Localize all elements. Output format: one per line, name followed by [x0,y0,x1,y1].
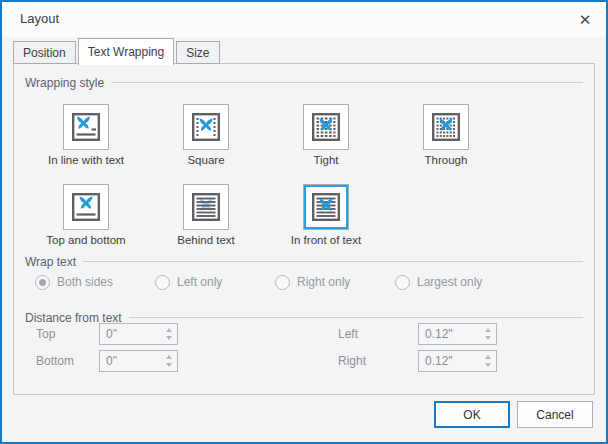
wrapping-option-in-line-with-text[interactable]: In line with text [26,104,146,184]
left-distance-field[interactable]: 0.12" [418,323,497,345]
wrapping-option-label: Through [425,154,468,166]
radio-label: Largest only [417,275,482,289]
radio-label: Right only [297,275,350,289]
group-divider-line [129,317,583,318]
wrapping-style-group-header: Wrapping style [25,75,583,90]
bottom-distance-value: 0" [100,351,161,371]
wrapping-option-label: Square [187,154,224,166]
wrapping-option-in-front-of-text[interactable]: In front of text [266,184,386,264]
through-icon [430,111,462,143]
wrapping-option-label: In line with text [48,154,124,166]
wrap-text-group-header: Wrap text [25,254,583,269]
wrapping-option-label: Behind text [177,234,235,246]
bottom-field-label: Bottom [36,354,74,368]
tabstrip: Position Text Wrapping Size [13,36,222,64]
left-field-label: Left [338,327,358,341]
behind-text-icon [190,191,222,223]
wrapping-style-options: In line with text Square [26,104,506,264]
through-tile[interactable] [423,104,469,150]
spinner [480,324,496,344]
radio-both-sides[interactable]: Both sides [35,273,155,291]
tab-size[interactable]: Size [176,41,219,64]
spinner [480,351,496,371]
spin-down-icon[interactable] [166,363,172,367]
wrapping-option-label: Top and bottom [46,234,125,246]
top-distance-value: 0" [100,324,161,344]
right-field-label: Right [338,354,366,368]
spinner [161,324,177,344]
wrapping-option-through[interactable]: Through [386,104,506,184]
tab-text-wrapping[interactable]: Text Wrapping [78,38,174,65]
in-line-with-text-icon [70,111,102,143]
tight-tile[interactable] [303,104,349,150]
spin-up-icon[interactable] [485,355,491,359]
radio-right-only[interactable]: Right only [275,273,395,291]
spin-down-icon[interactable] [485,336,491,340]
radio-circle-icon[interactable] [155,275,170,290]
spin-down-icon[interactable] [166,336,172,340]
tight-icon [310,111,342,143]
square-tile[interactable] [183,104,229,150]
ok-button[interactable]: OK [434,401,510,428]
spin-up-icon[interactable] [485,328,491,332]
spinner [161,351,177,371]
spin-up-icon[interactable] [166,328,172,332]
radio-circle-icon[interactable] [395,275,410,290]
wrapping-option-label: In front of text [291,234,361,246]
top-and-bottom-tile[interactable] [63,184,109,230]
radio-label: Both sides [57,275,113,289]
spin-up-icon[interactable] [166,355,172,359]
close-icon[interactable]: ✕ [574,9,596,31]
cancel-button[interactable]: Cancel [517,401,593,428]
radio-circle-icon[interactable] [275,275,290,290]
wrapping-option-tight[interactable]: Tight [266,104,386,184]
group-divider-line [111,82,583,83]
text-wrapping-panel: Wrapping style In line with text [13,63,595,395]
group-divider-line [83,261,583,262]
wrapping-option-behind-text[interactable]: Behind text [146,184,266,264]
right-distance-field[interactable]: 0.12" [418,350,497,372]
in-line-with-text-tile[interactable] [63,104,109,150]
wrap-text-group-label: Wrap text [25,255,76,269]
radio-label: Left only [177,275,222,289]
wrap-text-options: Both sides Left only Right only Largest … [35,273,515,291]
wrapping-option-top-and-bottom[interactable]: Top and bottom [26,184,146,264]
top-and-bottom-icon [70,191,102,223]
dialog-title: Layout [20,11,59,26]
wrapping-option-square[interactable]: Square [146,104,266,184]
spin-down-icon[interactable] [485,363,491,367]
top-field-label: Top [36,327,55,341]
radio-largest-only[interactable]: Largest only [395,273,515,291]
wrapping-option-label: Tight [313,154,338,166]
square-icon [190,111,222,143]
radio-left-only[interactable]: Left only [155,273,275,291]
layout-dialog: Layout ✕ Position Text Wrapping Size Wra… [0,0,608,444]
right-distance-value: 0.12" [419,351,480,371]
in-front-of-text-icon [310,191,342,223]
behind-text-tile[interactable] [183,184,229,230]
left-distance-value: 0.12" [419,324,480,344]
wrapping-style-group-label: Wrapping style [25,76,104,90]
radio-circle-icon[interactable] [35,275,50,290]
bottom-distance-field[interactable]: 0" [99,350,178,372]
in-front-of-text-tile-selected[interactable] [303,184,349,230]
tab-position[interactable]: Position [13,41,76,64]
top-distance-field[interactable]: 0" [99,323,178,345]
titlebar: Layout ✕ [2,2,606,37]
